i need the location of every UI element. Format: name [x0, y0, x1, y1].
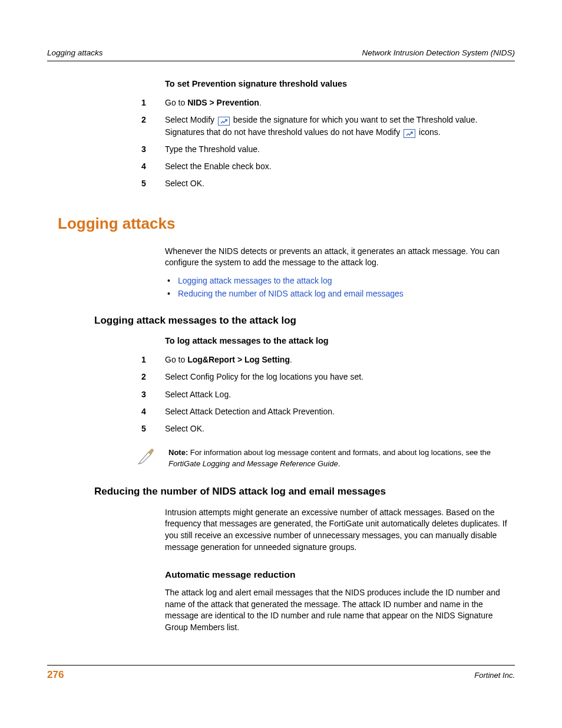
step-text: Select Modify [165, 115, 217, 124]
note-icon [137, 446, 158, 469]
step-bold: Log&Report > Log Setting [187, 355, 290, 364]
step-item: Select Attack Log. [141, 388, 515, 400]
header-right: Network Intrusion Detection System (NIDS… [362, 48, 515, 57]
step-text: . [290, 355, 292, 364]
footer-rule [47, 665, 515, 666]
note-label: Note: [168, 448, 188, 457]
step-bold: NIDS > Prevention [187, 98, 259, 107]
header-left: Logging attacks [47, 48, 103, 57]
link-list: Logging attack messages to the attack lo… [165, 276, 515, 298]
footer: 276 Fortinet Inc. [47, 665, 515, 681]
step-item: Select OK. [141, 177, 515, 189]
document-page: Logging attacks Network Intrusion Detect… [0, 0, 562, 728]
step-text: Go to [165, 355, 187, 364]
paragraph: Whenever the NIDS detects or prevents an… [165, 246, 515, 269]
step-item: Select OK. [141, 423, 515, 434]
xref-link[interactable]: Reducing the number of NIDS attack log a… [178, 289, 404, 298]
page-number: 276 [47, 669, 64, 681]
step-item: Select the Enable check box. [141, 160, 515, 172]
note-post: . [338, 459, 340, 468]
note-text: Note: For information about log message … [168, 447, 515, 469]
note-reference: FortiGate Logging and Message Reference … [168, 459, 338, 468]
step-item: Type the Threshold value. [141, 143, 515, 155]
company-name: Fortinet Inc. [474, 671, 515, 680]
step-item: Go to Log&Report > Log Setting. [141, 354, 515, 365]
procedure-1: To set Prevention signature threshold va… [165, 79, 515, 190]
heading-2: Reducing the number of NIDS attack log a… [94, 486, 515, 498]
step-list: Go to Log&Report > Log Setting. Select C… [165, 354, 515, 434]
step-list: Go to NIDS > Prevention. Select Modify b… [165, 97, 515, 190]
subsection-a: Logging attack messages to the attack lo… [94, 315, 515, 327]
heading-1: Logging attacks [58, 215, 515, 233]
running-header: Logging attacks Network Intrusion Detect… [47, 48, 515, 57]
step-item: Select Modify beside the signature for w… [141, 114, 515, 138]
list-item: Reducing the number of NIDS attack log a… [165, 289, 515, 298]
note-body: For information about log message conten… [188, 448, 491, 457]
subsection-b: Reducing the number of NIDS attack log a… [94, 486, 515, 498]
heading-2: Logging attack messages to the attack lo… [94, 315, 515, 327]
step-item: Go to NIDS > Prevention. [141, 97, 515, 108]
step-text: icons. [416, 127, 440, 137]
footer-row: 276 Fortinet Inc. [47, 669, 515, 681]
step-text: Go to [165, 98, 187, 107]
step-item: Select Config Policy for the log locatio… [141, 371, 515, 383]
note: Note: For information about log message … [137, 447, 515, 469]
paragraph: The attack log and alert email messages … [165, 587, 515, 633]
procedure-title: To set Prevention signature threshold va… [165, 79, 515, 88]
modify-icon [218, 117, 230, 126]
heading-3: Automatic message reduction [165, 569, 515, 580]
list-item: Logging attack messages to the attack lo… [165, 276, 515, 285]
paragraph: Intrusion attempts might generate an exc… [165, 507, 515, 553]
intro-block: Whenever the NIDS detects or prevents an… [165, 246, 515, 298]
modify-icon [404, 129, 415, 138]
step-text: . [259, 98, 262, 107]
xref-link[interactable]: Logging attack messages to the attack lo… [178, 276, 332, 285]
body-b: Intrusion attempts might generate an exc… [165, 507, 515, 634]
header-rule [47, 61, 515, 61]
procedure-title: To log attack messages to the attack log [165, 336, 515, 345]
step-item: Select Attack Detection and Attack Preve… [141, 406, 515, 417]
procedure-2: To log attack messages to the attack log… [165, 336, 515, 469]
